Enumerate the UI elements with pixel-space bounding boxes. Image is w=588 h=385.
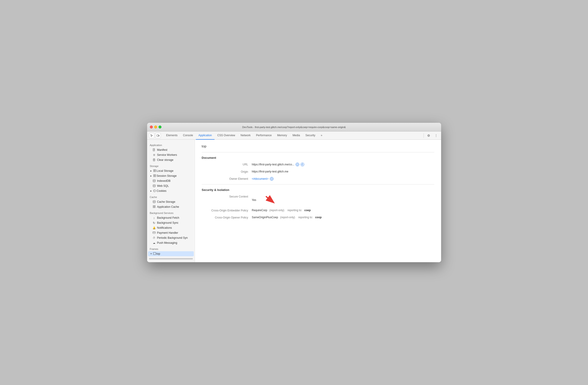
sidebar-item-local-storage[interactable]: ▶ Local Storage — [148, 168, 194, 173]
sidebar-item-push-messaging[interactable]: ☁ Push Messaging — [148, 240, 194, 245]
tab-memory[interactable]: Memory — [274, 131, 290, 140]
info-icon-1[interactable] — [295, 163, 299, 166]
svg-point-30 — [154, 191, 155, 191]
reload-icon[interactable] — [301, 163, 304, 166]
sidebar-scrollbar[interactable] — [149, 258, 193, 259]
svg-rect-14 — [155, 171, 156, 172]
value-coep: RequireCorp (report-only) reporting to: … — [252, 209, 311, 212]
sidebar-item-indexeddb[interactable]: IndexedDB — [148, 178, 194, 183]
row-owner-element: Owner Element <#document> — [202, 177, 434, 181]
svg-point-19 — [153, 179, 155, 180]
arrows-icon: ↕ — [153, 216, 156, 220]
sidebar-item-payment-handler[interactable]: Payment Handler — [148, 230, 194, 235]
cursor-icon[interactable] — [149, 133, 154, 138]
sidebar-item-cookies[interactable]: ▶ Cookies — [148, 188, 194, 193]
settings-button[interactable]: ⚙ — [426, 132, 432, 139]
grid-icon — [153, 205, 156, 209]
label-url: URL — [202, 163, 252, 166]
expand-arrow-icon: ▶ — [150, 175, 153, 177]
maximize-button[interactable] — [159, 126, 162, 128]
tab-performance[interactable]: Performance — [253, 131, 274, 140]
svg-point-45 — [297, 164, 298, 164]
sidebar-item-clear-storage[interactable]: Clear storage — [148, 157, 194, 162]
value-secure-context: Yes — [252, 195, 276, 205]
periodic-bg-sync-label: Periodic Background Syn — [157, 236, 188, 239]
frame-icon — [153, 252, 156, 256]
background-fetch-label: Background Fetch — [157, 216, 179, 219]
row-origin: Origin https://first-party-test.glitch.m… — [202, 170, 434, 173]
sidebar-item-manifest[interactable]: Manifest — [148, 147, 194, 152]
service-workers-label: Service Workers — [157, 153, 177, 156]
tab-media[interactable]: Media — [290, 131, 303, 140]
svg-rect-39 — [154, 207, 155, 208]
sidebar-section-cache: Cache — [147, 193, 195, 199]
sidebar-item-application-cache[interactable]: Application Cache — [148, 204, 194, 209]
svg-rect-40 — [153, 232, 155, 234]
sidebar-section-bg-services: Background Services — [147, 209, 195, 215]
svg-rect-37 — [154, 206, 155, 206]
db-icon — [153, 200, 156, 204]
svg-rect-36 — [153, 206, 154, 206]
sidebar-item-session-storage[interactable]: ▶ Session Storage — [148, 173, 194, 178]
coep-value: RequireCorp — [252, 209, 267, 212]
secure-context-value: Yes — [252, 198, 256, 202]
tab-network[interactable]: Network — [238, 131, 253, 140]
sidebar-item-cache-storage[interactable]: Cache Storage — [148, 199, 194, 204]
sidebar: Application Manifest ⚙ Service Workers C… — [147, 140, 195, 262]
tab-icons — [149, 133, 161, 138]
sidebar-item-background-sync[interactable]: ↻ Background Sync — [148, 220, 194, 225]
frames-top-label: top — [156, 252, 160, 255]
cookie-icon — [153, 189, 156, 193]
sidebar-item-notifications[interactable]: 🔔 Notifications — [148, 225, 194, 230]
svg-rect-12 — [155, 170, 156, 171]
svg-point-22 — [153, 181, 155, 182]
more-options-button[interactable]: ⋮ — [433, 132, 439, 139]
url-text: https://first-party-test.glitch.me/co... — [252, 163, 294, 166]
tab-security[interactable]: Security — [303, 131, 318, 140]
label-owner-element: Owner Element — [202, 177, 252, 180]
push-messaging-label: Push Messaging — [157, 241, 177, 244]
coop-reporting-label: reporting to: — [298, 216, 313, 219]
origin-text: https://first-party-test.glitch.me — [252, 170, 289, 173]
clock-icon: ⏱ — [153, 236, 156, 239]
svg-rect-1 — [159, 135, 159, 136]
sidebar-item-web-sql[interactable]: Web SQL — [148, 183, 194, 188]
device-icon[interactable] — [155, 133, 161, 138]
owner-element-link[interactable]: <#document> — [252, 177, 269, 180]
svg-point-32 — [153, 200, 155, 201]
tab-console[interactable]: Console — [180, 131, 196, 140]
svg-rect-38 — [153, 207, 154, 208]
content-panel: top Document URL https://first-party-tes… — [195, 140, 441, 262]
tab-css-overview[interactable]: CSS Overview — [214, 131, 238, 140]
row-coep: Cross-Origin Embedder Policy RequireCorp… — [202, 209, 434, 212]
sidebar-item-frames-top[interactable]: ▼ top — [148, 251, 194, 256]
svg-rect-16 — [155, 174, 156, 175]
close-button[interactable] — [150, 126, 153, 128]
sidebar-item-background-fetch[interactable]: ↕ Background Fetch — [148, 215, 194, 220]
tab-application[interactable]: Application — [196, 131, 215, 140]
svg-point-35 — [153, 202, 155, 203]
traffic-lights — [150, 126, 162, 128]
value-coop: SameOriginPlusCoep (report-only) reporti… — [252, 216, 322, 219]
value-owner-element: <#document> — [252, 177, 273, 181]
svg-point-23 — [153, 185, 155, 185]
minimize-button[interactable] — [154, 126, 157, 128]
svg-rect-17 — [153, 176, 154, 177]
sidebar-item-service-workers[interactable]: ⚙ Service Workers — [148, 152, 194, 157]
local-storage-label: Local Storage — [157, 169, 173, 172]
label-origin: Origin — [202, 170, 252, 173]
tab-elements[interactable]: Elements — [164, 131, 180, 140]
divider — [423, 133, 424, 138]
sidebar-item-periodic-bg-sync[interactable]: ⏱ Periodic Background Syn — [148, 235, 194, 240]
coop-reporting-value: coop — [315, 216, 322, 219]
tabbar-right: ⚙ ⋮ — [423, 132, 439, 139]
gear-icon: ⚙ — [153, 153, 156, 156]
window-title: DevTools - first-party-test.glitch.me/co… — [242, 126, 346, 128]
background-sync-label: Background Sync — [157, 221, 179, 224]
sidebar-section-application: Application — [147, 141, 195, 147]
info-icon-2[interactable] — [270, 177, 273, 181]
tab-more[interactable]: » — [318, 131, 325, 140]
label-secure-context: Secure Context — [202, 195, 252, 198]
row-url: URL https://first-party-test.glitch.me/c… — [202, 163, 434, 166]
sync-icon: ↻ — [153, 221, 156, 225]
